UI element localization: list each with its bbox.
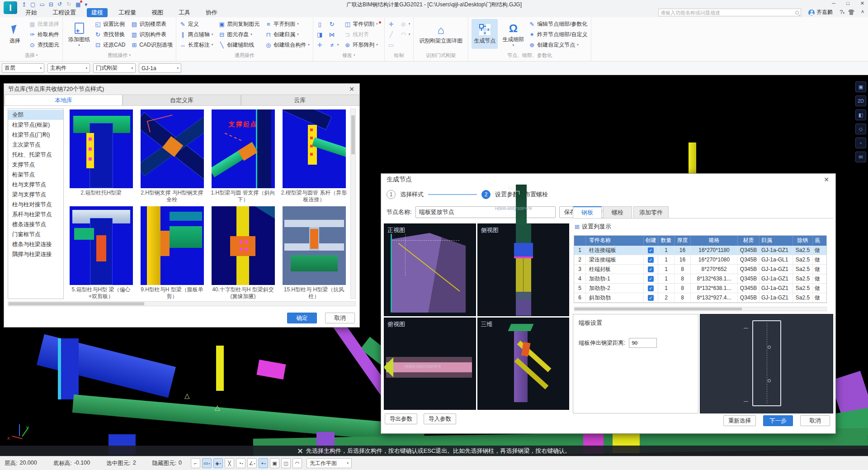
snap-tool-button[interactable]: ▭▾ xyxy=(202,458,212,468)
snap-tool-button[interactable]: +▾ xyxy=(259,458,268,468)
select-button[interactable]: 选择 xyxy=(3,19,27,49)
group-label[interactable]: 绘制 xyxy=(388,51,410,60)
context-dropdown[interactable]: 主构件▾ xyxy=(47,63,90,73)
table-row[interactable]: 2 梁连接端板 1 16 16*270*1080 Q345B GJ-1a-GL1… xyxy=(574,255,826,265)
created-cell[interactable] xyxy=(644,265,658,274)
recognize-frame-elevation-button[interactable]: ⌂ 识别刚架立面详图 xyxy=(417,19,465,49)
quick-access-button[interactable]: ↥ xyxy=(22,1,26,8)
category-item[interactable]: 隅撑与柱梁连接 xyxy=(8,249,63,259)
dialog-title-bar[interactable]: 节点库(节点库共收纳720个节点样式) ✕ xyxy=(4,84,359,95)
category-item[interactable]: 门窗框节点 xyxy=(8,229,63,239)
category-item[interactable]: 全部 xyxy=(8,110,63,120)
checked-checkbox[interactable] xyxy=(648,295,654,301)
view-tool-button[interactable]: ✉ xyxy=(855,152,866,162)
node-style-item[interactable]: 5.箱型柱与H型 梁（偏心+双剪板） xyxy=(66,205,137,299)
snap-tool-button[interactable]: ⌐▾ xyxy=(191,458,200,468)
node-name-input[interactable] xyxy=(415,206,556,218)
ribbon-small-button[interactable]: ⊙查找图元▾ xyxy=(29,40,59,50)
ribbon-small-button[interactable]: ◎创建组合构件▾ xyxy=(265,40,310,50)
ribbon-small-button[interactable]: ◫零件切割▾ xyxy=(344,19,381,29)
category-item[interactable]: 檩条与柱梁连接 xyxy=(8,239,63,249)
maximize-button[interactable]: □ xyxy=(846,0,849,6)
vertical-scrollbar[interactable] xyxy=(350,109,356,299)
close-button[interactable]: ✕ xyxy=(860,0,864,6)
node-style-item[interactable]: 9.H型柱与H 型梁（腹板单剪） xyxy=(137,205,208,299)
ribbon-small-button[interactable]: ↻查找替换▾ xyxy=(94,29,125,39)
group-label[interactable]: 节点、细部、参数化 xyxy=(472,51,587,60)
menu-tab[interactable]: 开始 xyxy=(21,8,42,17)
group-label[interactable]: 通用操作 xyxy=(179,51,310,60)
snap-tool-button[interactable]: ╳▾ xyxy=(225,458,234,468)
view-tool-button[interactable]: ▫ xyxy=(855,138,866,148)
scrollbar-thumb[interactable] xyxy=(351,115,355,154)
quick-access-button[interactable]: ▢ xyxy=(30,1,35,8)
ribbon-small-button[interactable]: ▣层间复制图元▾ xyxy=(218,19,259,29)
snap-tool-button[interactable]: ▣▾ xyxy=(270,458,279,468)
node-style-item[interactable]: 支撑起点 1.H型梁与圆 管支撑（斜向下） xyxy=(208,109,278,205)
group-label[interactable]: 选择▾ xyxy=(3,51,59,60)
quick-access-button[interactable]: ↻ xyxy=(66,1,71,8)
view-tool-button[interactable]: ◧ xyxy=(855,109,866,120)
checked-checkbox[interactable] xyxy=(648,266,654,272)
quick-access-button[interactable]: ↺ xyxy=(57,1,62,8)
created-cell[interactable] xyxy=(644,284,658,293)
dialog-title-bar[interactable]: 生成节点 ✕ xyxy=(381,174,835,185)
group-label[interactable]: 识别门式刚架 xyxy=(417,51,465,60)
ribbon-small-button[interactable]: ▭▾ xyxy=(388,40,395,50)
ribbon-small-button[interactable]: ✶炸开节点细部/自定义▾ xyxy=(528,29,587,39)
parts-tab[interactable]: 螺栓 xyxy=(603,206,632,218)
app-logo-icon[interactable]: I xyxy=(4,1,17,14)
next-step-button[interactable]: 下一步 xyxy=(763,415,793,426)
node-style-item[interactable]: 2.H型钢支撑 与H型钢支撑全栓 xyxy=(137,109,208,205)
menu-tab[interactable]: 建模 xyxy=(87,8,108,17)
category-item[interactable]: 柱梁节点(门刚) xyxy=(8,130,63,140)
scrollbar-thumb[interactable] xyxy=(9,302,144,305)
ok-button[interactable]: 确定 xyxy=(287,313,317,323)
node-style-item[interactable]: 15.H型柱与 H型梁（抗风柱） xyxy=(278,205,349,299)
function-search[interactable] xyxy=(658,9,801,16)
menu-tab[interactable]: 工程量 xyxy=(114,8,141,17)
minimize-button[interactable]: ─ xyxy=(832,0,835,6)
front-view[interactable]: 正视图 xyxy=(384,223,476,316)
add-drawing-button[interactable]: 添加图纸 ▾ xyxy=(66,19,92,49)
view-tool-button[interactable]: 2D xyxy=(855,95,866,106)
ribbon-small-button[interactable]: ✎编辑节点细部/参数化▾ xyxy=(528,19,587,29)
checked-checkbox[interactable] xyxy=(648,276,654,282)
category-item[interactable]: 柱梁节点(框架) xyxy=(8,120,63,130)
side-view[interactable]: 侧视图 xyxy=(477,223,570,316)
created-cell[interactable] xyxy=(644,255,658,264)
menu-tab[interactable]: 协作 xyxy=(201,8,222,17)
user-account[interactable]: 齐嘉麟 xyxy=(808,9,833,16)
category-item[interactable]: 桁架节点 xyxy=(8,170,63,180)
ribbon-small-button[interactable]: ◠▾ xyxy=(400,29,410,39)
created-cell[interactable] xyxy=(644,246,658,255)
ribbon-small-button[interactable]: ⊡还原CAD▾ xyxy=(94,40,125,50)
endplate-distance-input[interactable] xyxy=(629,338,657,348)
node-style-item[interactable]: 2.箱型柱托H型梁 xyxy=(66,109,137,205)
set-columns-button[interactable]: ⊞ 设置列显示 xyxy=(575,223,611,231)
snap-tool-button[interactable]: ◫▾ xyxy=(281,458,291,468)
ribbon-small-button[interactable]: ⊘▾ xyxy=(400,19,410,29)
ribbon-small-button[interactable]: ◨▾ xyxy=(316,29,323,39)
group-label[interactable]: 修改▾ xyxy=(316,51,381,60)
scrollbar-thumb[interactable] xyxy=(575,308,742,310)
theme-skin-icon[interactable] xyxy=(848,9,854,15)
top-view[interactable]: 俯视图 H(900-600)*200*6*8 xyxy=(384,318,476,410)
ribbon-small-button[interactable]: ⊛环形阵列▾ xyxy=(344,40,381,50)
parts-tab[interactable]: 添加零件 xyxy=(633,206,669,218)
cancel-button[interactable]: 取消 xyxy=(325,313,355,323)
ribbon-small-button[interactable]: ╱▾ xyxy=(388,29,395,39)
close-icon[interactable]: ✕ xyxy=(348,85,355,93)
ribbon-small-button[interactable]: ✑拾取构件▾ xyxy=(29,29,59,39)
ribbon-small-button[interactable]: ✎定义▾ xyxy=(179,19,213,29)
snap-tool-button[interactable]: ◔▾ xyxy=(236,458,245,468)
ribbon-small-button[interactable]: ✛▾ xyxy=(316,40,323,50)
ribbon-small-button[interactable]: ╲创建辅助线▾ xyxy=(218,40,259,50)
quick-access-button[interactable]: ▦ xyxy=(75,1,80,8)
ribbon-small-button[interactable]: ▥识别构件表▾ xyxy=(131,29,172,39)
created-cell[interactable] xyxy=(644,293,658,302)
collapse-ribbon-icon[interactable]: ∧ xyxy=(861,9,864,14)
ribbon-small-button[interactable]: ⊓创建归属▾ xyxy=(265,29,310,39)
cancel-button[interactable]: 取消 xyxy=(800,415,830,426)
ribbon-small-button[interactable]: ↔长度标注▾ xyxy=(179,40,213,50)
